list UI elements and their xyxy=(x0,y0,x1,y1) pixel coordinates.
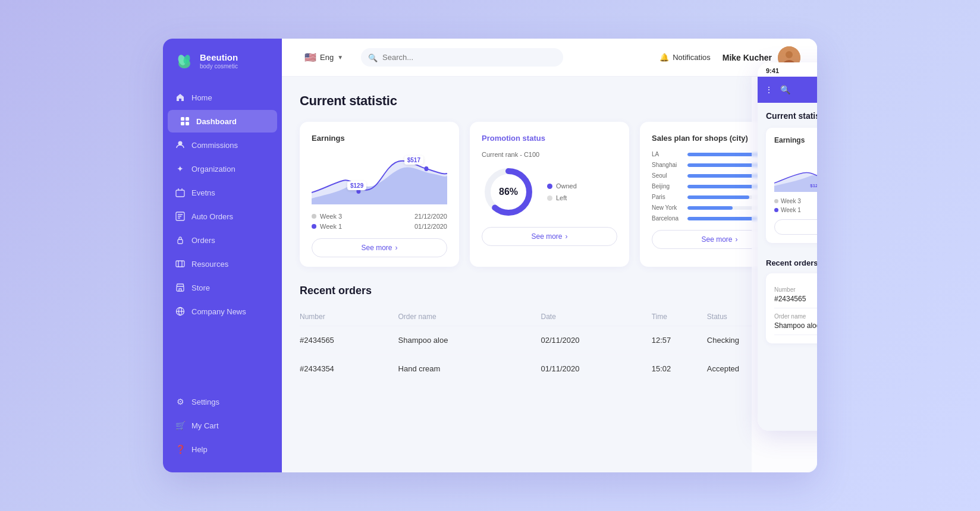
sidebar-label-orders: Orders xyxy=(191,236,215,245)
left-label: Left xyxy=(556,194,567,201)
svg-rect-10 xyxy=(178,239,183,244)
mobile-status-bar: 9:41 ▲▲▲ ◀ ■ xyxy=(758,62,817,77)
svg-point-18 xyxy=(424,166,428,171)
order-number: #2434565 xyxy=(300,326,398,355)
sidebar-item-commissions[interactable]: Commissions xyxy=(163,134,282,156)
language-selector[interactable]: 🇺🇸 Eng ▼ xyxy=(299,48,349,67)
sidebar-item-my-cart[interactable]: 🛒 My Cart xyxy=(163,414,282,437)
order-date: 02/11/2020 xyxy=(541,326,651,355)
order-name: Shampoo aloe xyxy=(398,326,541,355)
mobile-body: Current statistic Earnings $517 $129 xyxy=(758,103,817,431)
search-input[interactable] xyxy=(361,48,563,67)
sidebar-item-store[interactable]: Store xyxy=(163,276,282,299)
sidebar-label-help: Help xyxy=(191,445,208,454)
sidebar-label-settings: Settings xyxy=(191,398,219,406)
mobile-menu-icon[interactable]: ⋮ xyxy=(765,85,773,94)
flag-icon: 🇺🇸 xyxy=(304,52,316,63)
logo: Beeution body cosmetic xyxy=(163,39,282,81)
svg-rect-5 xyxy=(181,122,184,125)
recent-orders-title: Recent orders xyxy=(300,285,799,297)
svg-rect-6 xyxy=(186,122,189,125)
city-name: Beijing xyxy=(652,183,683,190)
sidebar-label-resources: Resources xyxy=(191,260,228,269)
order-number: #2434354 xyxy=(300,355,398,383)
orders-table: Number Order name Date Time Status #2434… xyxy=(300,308,799,383)
sidebar-item-organization[interactable]: ✦ Organization xyxy=(163,157,282,180)
evetns-icon xyxy=(175,187,186,198)
svg-rect-11 xyxy=(176,261,184,267)
mobile-logo-icon xyxy=(815,83,817,96)
sidebar-item-settings[interactable]: ⚙ Settings xyxy=(163,390,282,413)
main-nav: Home Dashboard Commis xyxy=(163,81,282,383)
app-name: Beeution xyxy=(200,53,238,63)
mobile-header: ⋮ 🔍 Beeution body cosmetic 🔔 xyxy=(758,77,817,103)
sidebar-item-company-news[interactable]: Company News xyxy=(163,300,282,323)
sidebar: Beeution body cosmetic Home xyxy=(163,39,282,472)
sidebar-label-company-news: Company News xyxy=(191,307,246,316)
mobile-logo-area: Beeution body cosmetic xyxy=(795,83,817,96)
language-label: Eng xyxy=(320,53,334,62)
order-time: 12:57 xyxy=(652,326,707,355)
mobile-earnings-chart: $517 $129 xyxy=(774,150,817,192)
legend-dot-week3 xyxy=(312,214,316,219)
promotion-title: Promotion status xyxy=(482,134,617,143)
svg-point-16 xyxy=(786,51,793,58)
sidebar-label-home: Home xyxy=(191,93,212,102)
user-name: Mike Kucher xyxy=(723,53,772,62)
earnings-chart: $517 $129 xyxy=(312,151,447,204)
week1-label: Week 1 xyxy=(320,223,342,230)
mobile-order-row-1: Number #2434565 xyxy=(774,282,817,308)
earnings-see-more[interactable]: See more › xyxy=(312,238,447,257)
svg-rect-4 xyxy=(186,117,189,121)
mobile-search-icon[interactable]: 🔍 xyxy=(780,85,790,94)
promotion-rank: Current rank - C100 xyxy=(482,151,617,158)
city-name: LA xyxy=(652,151,683,157)
search-icon: 🔍 xyxy=(368,53,378,62)
donut-legend: Owned Left xyxy=(547,182,577,201)
owned-dot xyxy=(547,184,552,189)
promotion-see-more[interactable]: See more › xyxy=(482,227,617,246)
earnings-title: Earnings xyxy=(312,134,447,143)
promotion-see-more-label: See more xyxy=(531,232,562,241)
auto-orders-icon xyxy=(175,211,186,222)
chart-label-517: $517 xyxy=(404,156,423,165)
commissions-icon xyxy=(175,140,186,150)
chevron-down-icon: ▼ xyxy=(337,54,343,61)
cart-icon: 🛒 xyxy=(175,420,186,431)
sidebar-item-dashboard[interactable]: Dashboard xyxy=(168,110,277,133)
sidebar-item-home[interactable]: Home xyxy=(163,86,282,109)
promotion-card: Promotion status Current rank - C100 86%… xyxy=(470,122,629,267)
logo-icon xyxy=(175,52,194,71)
city-name: Barcelona xyxy=(652,215,683,222)
mobile-orders-card: Number #2434565 Order name Shampoo aloe xyxy=(766,273,817,343)
notification-button[interactable]: 🔔 Notificatios xyxy=(659,53,711,62)
legend-dot-week1 xyxy=(312,224,316,229)
order-time: 15:02 xyxy=(652,355,707,383)
orders-icon xyxy=(175,235,186,245)
notification-label: Notificatios xyxy=(673,53,711,62)
sidebar-item-orders[interactable]: Orders xyxy=(163,229,282,251)
svg-text:86%: 86% xyxy=(499,187,518,197)
col-number: Number xyxy=(300,308,398,326)
col-order-name: Order name xyxy=(398,308,541,326)
legend-week1: Week 1 01/12/2020 xyxy=(312,223,447,230)
sidebar-item-evetns[interactable]: Evetns xyxy=(163,181,282,204)
mobile-see-more[interactable]: See more › xyxy=(774,219,817,235)
search-bar: 🔍 xyxy=(361,48,563,67)
city-bar-fill xyxy=(687,206,733,210)
sidebar-label-commissions: Commissions xyxy=(191,141,238,150)
week3-date: 21/12/2020 xyxy=(414,213,447,220)
sidebar-item-auto-orders[interactable]: Auto Orders xyxy=(163,205,282,228)
sidebar-item-help[interactable]: ❓ Help xyxy=(163,438,282,460)
mobile-menu-icons: ⋮ 🔍 xyxy=(765,85,790,94)
sidebar-item-resources[interactable]: Resources xyxy=(163,253,282,275)
mobile-page-title: Current statistic xyxy=(766,111,817,121)
organization-icon: ✦ xyxy=(175,163,186,174)
donut-chart: 86% xyxy=(482,165,535,219)
mobile-earnings-card: Earnings $517 $129 xyxy=(766,128,817,243)
store-icon xyxy=(175,282,186,293)
sidebar-label-organization: Organization xyxy=(191,165,235,174)
chart-label-129: $129 xyxy=(347,181,366,190)
app-subtitle: body cosmetic xyxy=(200,63,238,70)
mobile-earnings-title: Earnings xyxy=(774,136,817,144)
